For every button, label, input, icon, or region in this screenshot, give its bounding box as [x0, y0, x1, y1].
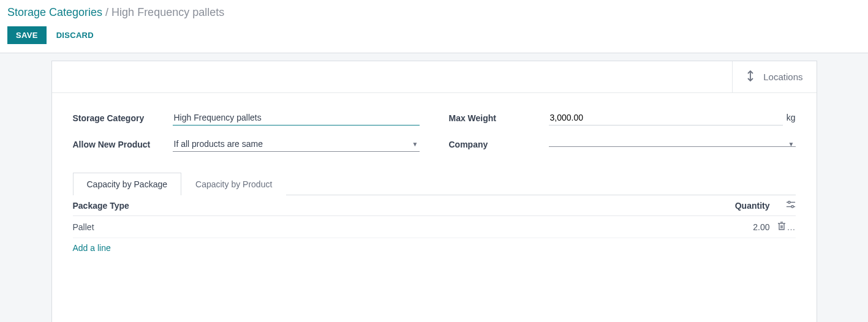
- tab-capacity-product[interactable]: Capacity by Product: [181, 173, 286, 195]
- save-button[interactable]: SAVE: [7, 26, 47, 44]
- allow-new-product-select[interactable]: If all products are same ▼: [173, 137, 420, 152]
- chevron-down-icon: ▼: [412, 141, 418, 148]
- storage-category-input[interactable]: [173, 110, 420, 125]
- breadcrumb-current: High Frequency pallets: [111, 6, 224, 18]
- col-header-quantity: Quantity: [712, 201, 771, 211]
- svg-point-4: [791, 206, 793, 208]
- discard-button[interactable]: DISCARD: [56, 31, 94, 40]
- svg-point-2: [788, 201, 790, 204]
- company-select[interactable]: ▼: [549, 141, 796, 147]
- column-options-icon[interactable]: [771, 200, 796, 211]
- max-weight-label: Max Weight: [449, 113, 544, 123]
- form-sheet: Locations Storage Category Max Weight kg: [51, 61, 817, 322]
- breadcrumb-root-link[interactable]: Storage Categories: [7, 6, 102, 18]
- trash-icon[interactable]: [777, 221, 786, 233]
- storage-category-label: Storage Category: [73, 113, 168, 123]
- allow-new-product-label: Allow New Product: [73, 140, 168, 149]
- max-weight-input[interactable]: [549, 110, 783, 125]
- breadcrumb-separator: /: [102, 6, 111, 18]
- table-row[interactable]: Pallet 2.00 …: [73, 216, 796, 238]
- locations-label: Locations: [763, 72, 802, 82]
- add-a-line-button[interactable]: Add a line: [73, 238, 111, 258]
- breadcrumb: Storage Categories / High Frequency pall…: [7, 6, 861, 19]
- row-more-icon[interactable]: …: [787, 222, 796, 232]
- col-header-package-type: Package Type: [73, 201, 712, 211]
- cell-package-type: Pallet: [73, 222, 712, 232]
- updown-arrow-icon: [746, 70, 755, 84]
- tab-capacity-package[interactable]: Capacity by Package: [73, 173, 182, 195]
- company-label: Company: [449, 140, 544, 149]
- max-weight-unit: kg: [787, 113, 796, 124]
- chevron-down-icon: ▼: [788, 141, 794, 148]
- allow-new-product-value: If all products are same: [174, 139, 263, 149]
- cell-quantity: 2.00: [712, 222, 771, 232]
- locations-button[interactable]: Locations: [732, 61, 816, 92]
